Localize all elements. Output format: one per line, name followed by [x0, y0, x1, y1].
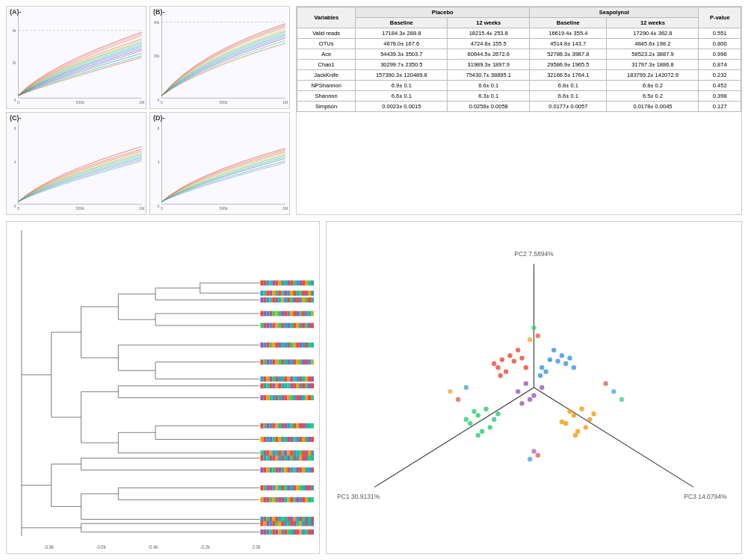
svg-rect-111 — [296, 281, 299, 286]
svg-point-491 — [495, 411, 500, 416]
svg-rect-234 — [287, 376, 290, 382]
svg-rect-263 — [266, 395, 269, 400]
svg-rect-336 — [269, 455, 272, 461]
pvalue-cell: 0.232 — [699, 70, 741, 81]
placebo-baseline-cell: 30299.7± 2350.5 — [356, 60, 448, 70]
svg-rect-189 — [260, 343, 263, 348]
svg-rect-190 — [263, 343, 266, 348]
svg-rect-369 — [260, 485, 263, 491]
svg-text:2k: 2k — [12, 61, 16, 65]
svg-point-490 — [464, 417, 469, 421]
svg-rect-102 — [269, 281, 272, 286]
svg-rect-125 — [284, 290, 287, 296]
svg-rect-383 — [302, 485, 305, 491]
svg-rect-450 — [287, 529, 290, 535]
svg-rect-384 — [305, 485, 308, 491]
svg-rect-367 — [308, 467, 311, 473]
svg-rect-365 — [302, 467, 305, 473]
svg-rect-333 — [260, 455, 263, 461]
svg-rect-251 — [284, 383, 287, 388]
svg-rect-261 — [260, 395, 263, 400]
svg-rect-156 — [269, 311, 272, 317]
svg-rect-262 — [263, 395, 266, 400]
seapolynol-baseline-header: Baseline — [530, 18, 607, 28]
svg-rect-130 — [299, 290, 302, 296]
svg-rect-329 — [302, 450, 305, 455]
svg-rect-305 — [284, 437, 287, 442]
svg-rect-302 — [275, 437, 278, 442]
svg-rect-443 — [266, 529, 269, 535]
placebo-baseline-cell: 6.6± 0.1 — [356, 91, 448, 102]
svg-text:8: 8 — [14, 126, 16, 130]
svg-rect-165 — [296, 311, 299, 317]
svg-rect-444 — [269, 529, 272, 535]
svg-rect-187 — [308, 323, 311, 328]
svg-point-509 — [603, 381, 608, 385]
svg-rect-248 — [275, 383, 278, 388]
svg-rect-212 — [275, 359, 278, 364]
svg-rect-129 — [296, 290, 299, 296]
svg-rect-300 — [269, 437, 272, 442]
svg-rect-316 — [263, 450, 266, 455]
svg-rect-313 — [308, 437, 311, 442]
svg-rect-347 — [302, 455, 305, 461]
svg-rect-391 — [272, 497, 275, 503]
svg-rect-438 — [305, 521, 308, 526]
svg-text:500k: 500k — [220, 100, 228, 105]
svg-rect-294 — [305, 423, 308, 429]
svg-rect-356 — [275, 467, 278, 473]
seapolynol-baseline-cell: 16619.4± 355.4 — [530, 28, 607, 39]
pvalue-cell: 0.996 — [699, 49, 741, 60]
svg-point-474 — [560, 353, 564, 358]
svg-rect-286 — [281, 423, 284, 429]
panel-c-svg: 0 500k 1M 0 4 8 — [7, 113, 146, 214]
table-row: OTUs 4678.0± 167.6 4724.8± 155.5 4514.8±… — [297, 39, 741, 49]
svg-rect-380 — [293, 485, 296, 491]
placebo-12w-cell: 75430.7± 38895.1 — [448, 70, 530, 81]
svg-rect-218 — [293, 359, 296, 364]
table-row: Chao1 30299.7± 2350.5 31989.3± 1897.9 29… — [297, 60, 741, 70]
svg-rect-363 — [296, 467, 299, 473]
svg-rect-378 — [287, 485, 290, 491]
svg-rect-197 — [284, 343, 287, 348]
svg-rect-393 — [278, 497, 281, 503]
variable-cell: Chao1 — [297, 60, 356, 70]
variable-cell: OTUs — [297, 39, 356, 49]
svg-rect-128 — [293, 290, 296, 296]
panel-a-label: (A)- — [10, 8, 22, 16]
svg-rect-293 — [302, 423, 305, 429]
svg-rect-186 — [305, 323, 308, 328]
svg-point-503 — [516, 389, 520, 393]
panel-b-label: (B)- — [153, 8, 165, 16]
svg-rect-348 — [305, 455, 308, 461]
table-row: JackKnife 157390.3± 120489.8 75430.7± 38… — [297, 70, 741, 81]
pc3-label: PC3 14.0794% — [684, 493, 727, 500]
svg-rect-392 — [275, 497, 278, 503]
svg-text:0: 0 — [14, 99, 16, 102]
svg-rect-447 — [278, 529, 281, 535]
svg-rect-404 — [311, 497, 314, 503]
svg-rect-297 — [260, 437, 263, 442]
placebo-baseline-cell: 6.9± 0.1 — [356, 81, 448, 91]
svg-rect-127 — [290, 290, 293, 296]
svg-rect-301 — [272, 437, 275, 442]
svg-rect-208 — [263, 359, 266, 364]
svg-point-498 — [567, 409, 572, 414]
svg-rect-399 — [296, 497, 299, 503]
svg-rect-272 — [293, 395, 296, 400]
svg-rect-458 — [311, 529, 314, 535]
svg-rect-244 — [263, 383, 266, 388]
svg-rect-344 — [293, 455, 296, 461]
svg-text:+: + — [501, 357, 504, 364]
svg-rect-191 — [266, 343, 269, 348]
svg-point-475 — [540, 365, 544, 370]
svg-rect-154 — [263, 311, 266, 317]
svg-rect-230 — [275, 376, 278, 382]
svg-point-485 — [468, 421, 472, 426]
svg-rect-373 — [272, 485, 275, 491]
svg-rect-360 — [287, 467, 290, 473]
svg-rect-428 — [275, 521, 278, 526]
svg-rect-242 — [311, 376, 314, 382]
svg-rect-429 — [278, 521, 281, 526]
svg-rect-457 — [308, 529, 311, 535]
